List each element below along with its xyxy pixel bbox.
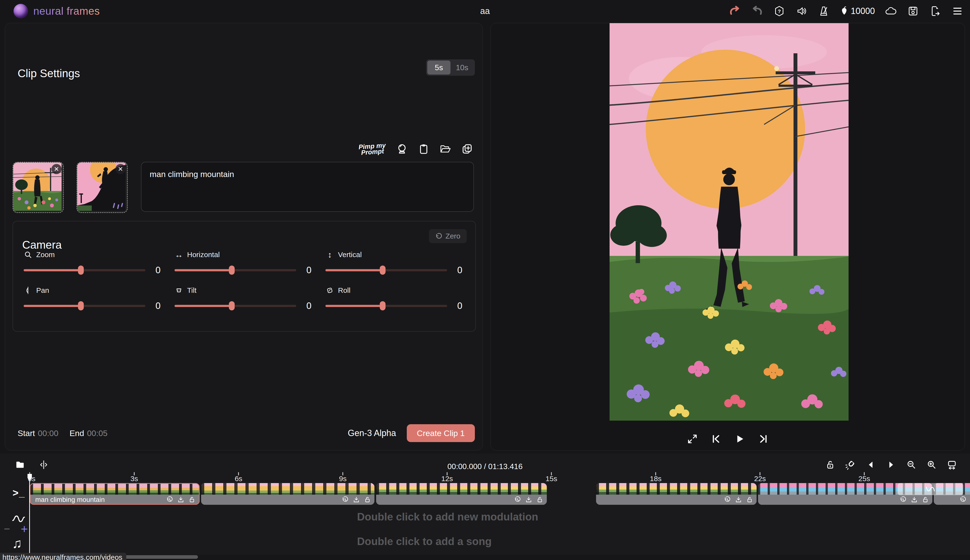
horizontal-slider-thumb[interactable] <box>229 265 235 275</box>
fit-timeline-icon[interactable] <box>946 459 958 471</box>
help-icon[interactable]: ? <box>773 5 786 17</box>
save-icon[interactable] <box>907 5 919 17</box>
export-icon[interactable] <box>929 5 942 17</box>
duration-toggle: 5s 10s <box>426 59 475 76</box>
clip-3-lock-icon[interactable] <box>536 496 544 503</box>
prompt-tools: Pimp my Prompt <box>359 143 473 155</box>
pan-slider-thumb[interactable] <box>78 301 84 310</box>
prev-clip-icon[interactable] <box>865 459 877 471</box>
playhead[interactable] <box>27 474 32 481</box>
ruler-label-3s: 3s <box>130 475 138 483</box>
cloud-icon[interactable] <box>885 5 897 17</box>
duplicate-add-icon[interactable] <box>462 143 473 155</box>
clip-4-download-icon[interactable] <box>735 496 742 503</box>
zoom-out-icon[interactable] <box>905 459 917 471</box>
clip-2-history-icon[interactable] <box>341 496 349 503</box>
clip-5-lock-icon[interactable] <box>922 496 929 503</box>
project-folder-icon[interactable] <box>14 459 26 471</box>
timeline-clip-1[interactable]: man climbing mountain <box>30 483 200 505</box>
clip-4-history-icon[interactable] <box>724 496 731 503</box>
brand-avatar[interactable] <box>13 4 28 18</box>
horizontal-slider[interactable] <box>174 269 296 271</box>
keyframe-thumbnail-2[interactable]: ✕ <box>77 162 128 213</box>
metronome-icon[interactable] <box>818 5 830 17</box>
start-value: 00:00 <box>38 428 59 438</box>
timeline-clip-3[interactable] <box>376 483 547 505</box>
keyframe-thumbnail-1[interactable]: ✕ <box>13 162 64 213</box>
brand-text: neural frames <box>33 5 100 17</box>
clip-settings-panel: Clip Settings 5s 10s Pimp my Prompt <box>5 23 483 450</box>
timeline-ruler[interactable]: 0s 3s 6s 9s 12s 15s 18s 22s 25s <box>0 472 970 483</box>
credits-counter[interactable]: 10000 <box>840 6 875 16</box>
roll-slider[interactable] <box>325 305 447 307</box>
magnet-snap-icon[interactable] <box>845 459 856 471</box>
clip-3-download-icon[interactable] <box>525 496 532 503</box>
prompt-track-icon[interactable]: >_ <box>13 487 25 499</box>
undo-button[interactable] <box>729 5 741 17</box>
tilt-slider[interactable] <box>174 305 296 307</box>
tilt-slider-thumb[interactable] <box>229 301 235 310</box>
clip-3-history-icon[interactable] <box>514 496 521 503</box>
statusbar-link: https://www.neuralframes.com/videos <box>0 553 126 560</box>
skip-to-end-icon[interactable] <box>758 433 769 445</box>
zoom-slider[interactable] <box>23 269 146 271</box>
timeline: 00:00.000 / 01:13.416 <box>0 453 970 555</box>
slider-tilt: Tilt 0 <box>174 285 318 311</box>
duration-10s-option[interactable]: 10s <box>450 60 474 75</box>
clip-1-download-icon[interactable] <box>177 496 184 503</box>
ruler-label-25s: 25s <box>858 475 870 483</box>
slider-zoom: Zoom 0 <box>23 250 167 275</box>
clip-2-lock-icon[interactable] <box>364 496 371 503</box>
video-preview <box>610 23 849 421</box>
pimp-my-prompt-button[interactable]: Pimp my Prompt <box>358 142 386 156</box>
clip-6-history-icon[interactable] <box>959 496 967 503</box>
lock-icon[interactable] <box>824 459 836 471</box>
project-title[interactable]: aa <box>480 6 490 16</box>
play-icon[interactable] <box>734 433 746 445</box>
clip-1-history-icon[interactable] <box>166 496 173 503</box>
crystal-ball-icon[interactable] <box>396 143 408 155</box>
clip-1-filmstrip <box>30 484 199 495</box>
redo-button[interactable] <box>751 5 763 17</box>
create-clip-button[interactable]: Create Clip 1 <box>407 424 475 442</box>
roll-slider-thumb[interactable] <box>380 301 386 310</box>
next-clip-icon[interactable] <box>885 459 897 471</box>
zoom-in-icon[interactable] <box>926 459 938 471</box>
clipboard-icon[interactable] <box>418 143 430 155</box>
zoom-slider-thumb[interactable] <box>78 265 84 275</box>
slider-vertical: ↕ Vertical 0 <box>325 250 468 275</box>
duration-5s-option[interactable]: 5s <box>427 60 450 75</box>
remove-keyframe-1-icon[interactable]: ✕ <box>52 164 62 174</box>
roll-value: 0 <box>457 301 468 311</box>
timeline-toolbar-left <box>14 459 50 471</box>
remove-keyframe-2-icon[interactable]: ✕ <box>115 164 125 174</box>
timeline-clip-4[interactable] <box>596 483 757 505</box>
open-folder-icon[interactable] <box>440 143 451 155</box>
clip-1-lock-icon[interactable] <box>188 496 196 503</box>
clip-2-download-icon[interactable] <box>353 496 360 503</box>
song-track-row[interactable]: Double click to add a song <box>0 530 970 553</box>
clip-4-filmstrip <box>596 483 757 495</box>
vertical-slider[interactable] <box>325 269 447 271</box>
model-selector[interactable]: Gen-3 Alpha <box>348 428 396 438</box>
volume-icon[interactable] <box>795 5 808 17</box>
fullscreen-icon[interactable] <box>687 433 698 445</box>
tilt-icon <box>174 286 183 295</box>
clip-5-download-icon[interactable] <box>911 496 918 503</box>
transition-overlay[interactable] <box>898 483 963 495</box>
topbar: neural frames aa ? 10000 <box>0 0 970 22</box>
skip-to-start-icon[interactable] <box>710 433 722 445</box>
timeline-clip-2[interactable] <box>201 483 375 505</box>
vertical-slider-thumb[interactable] <box>380 265 386 275</box>
menu-icon[interactable] <box>951 5 964 17</box>
song-hint-text: Double click to add a song <box>357 535 492 547</box>
clip-4-lock-icon[interactable] <box>746 496 753 503</box>
camera-zero-button[interactable]: Zero <box>429 229 467 243</box>
slider-horizontal: ↔ Horizontal 0 <box>174 250 318 275</box>
prompt-input[interactable]: man climbing mountain <box>141 162 474 212</box>
ruler-label-22s: 22s <box>754 475 766 483</box>
modulation-track-row[interactable]: Double click to add new modulation <box>0 505 970 528</box>
pan-slider[interactable] <box>23 305 146 307</box>
resize-clip-icon[interactable] <box>38 459 50 471</box>
clip-5-history-icon[interactable] <box>900 496 907 503</box>
